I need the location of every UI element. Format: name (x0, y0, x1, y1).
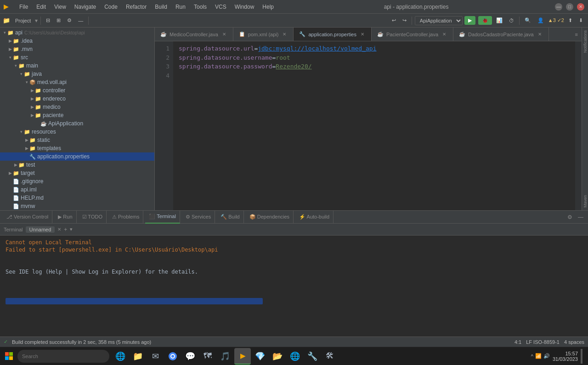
tree-item-apiapplication[interactable]: ▶ ☕ ApiApplication (0, 119, 154, 128)
taskbar-app-maps[interactable]: 🗺 (199, 348, 216, 365)
tree-item-package[interactable]: ▾ 📦 med.voll.api (0, 78, 154, 86)
menu-view[interactable]: View (51, 3, 70, 11)
collapse-all-button[interactable]: ⊟ (44, 16, 52, 25)
taskbar-app-intellij[interactable]: ▶ (234, 348, 251, 365)
menu-navigate[interactable]: Navigate (71, 3, 100, 11)
tree-item-mvn[interactable]: ▶ 📁 .mvn (0, 45, 154, 53)
taskbar-app-browser2[interactable]: 🌐 (287, 348, 303, 365)
bottom-settings-button[interactable]: ⚙ (565, 213, 574, 221)
tree-item-java[interactable]: ▾ 📁 java (0, 70, 154, 78)
tabs-options-button[interactable]: ≡ (573, 31, 580, 38)
tree-item-medico[interactable]: ▶ 📁 medico (0, 103, 154, 111)
tab-dependencies[interactable]: 📦 Dependencies (246, 211, 294, 224)
menu-run[interactable]: Run (172, 3, 189, 11)
start-button[interactable] (2, 349, 17, 364)
tab-todo[interactable]: ☑ TODO (79, 211, 107, 224)
settings-button[interactable]: ⚙ (65, 16, 74, 25)
search-button[interactable]: 🔍 (522, 16, 533, 25)
expand-panel-button[interactable]: ⬆ (566, 16, 575, 25)
tab-close-dadoscadastro[interactable]: ✕ (537, 31, 543, 37)
show-desktop-button[interactable] (581, 349, 582, 364)
tab-run[interactable]: ▶ Run (54, 211, 76, 224)
taskbar-app-spotify[interactable]: 🎵 (217, 348, 233, 365)
menu-help[interactable]: Help (259, 3, 277, 11)
project-dropdown[interactable]: Project (13, 17, 33, 25)
tree-item-gitignore[interactable]: ▶ 📄 .gitignore (0, 177, 154, 185)
tab-version-control[interactable]: ⎇ Version Control (3, 211, 52, 224)
expand-all-button[interactable]: ⊞ (54, 16, 63, 25)
maximize-button[interactable]: □ (566, 3, 573, 11)
terminal-tab-name[interactable]: Unnamed (26, 226, 55, 233)
menu-code[interactable]: Code (101, 3, 121, 11)
minimize-button[interactable]: — (555, 3, 562, 11)
tree-item-test[interactable]: ▶ 📁 test (0, 161, 154, 169)
run-button[interactable]: ▶ (464, 16, 475, 25)
tree-item-mvnw[interactable]: ▶ 📄 mvnw (0, 202, 154, 210)
tree-item-templates[interactable]: ▶ 📁 templates (0, 144, 154, 152)
tree-item-controller[interactable]: ▶ 📁 controller (0, 86, 154, 95)
tab-terminal[interactable]: ⬛ Terminal (145, 211, 180, 224)
tab-dadoscadastro[interactable]: ☕ DadosCadastroPaciente.java ✕ (453, 28, 548, 41)
tab-services[interactable]: ⚙ Services (182, 211, 215, 224)
tree-item-helpmd[interactable]: ▶ 📄 HELP.md (0, 194, 154, 202)
taskbar-app-files[interactable]: 📂 (269, 348, 286, 365)
tab-close-medicocontroller[interactable]: ✕ (221, 31, 227, 37)
code-content[interactable]: spring.datasource.url=jdbc:mysql://local… (173, 41, 575, 210)
debug-button[interactable]: 🐞 (478, 16, 492, 25)
menu-tools[interactable]: Tools (190, 3, 210, 11)
menu-vcs[interactable]: VCS (211, 3, 230, 11)
taskbar-app-tools2[interactable]: 🛠 (322, 348, 338, 365)
profile-button[interactable]: ⏱ (507, 17, 516, 25)
collapse-panel-button[interactable]: ⬇ (577, 16, 585, 25)
taskbar-app-discord[interactable]: 💎 (252, 348, 268, 365)
tab-close-pomxml[interactable]: ✕ (281, 31, 288, 37)
tree-item-endereco[interactable]: ▶ 📁 endereco (0, 95, 154, 103)
menu-file[interactable]: File (16, 3, 32, 11)
redo-button[interactable]: ↪ (400, 16, 409, 25)
tab-close-pacientecontroller[interactable]: ✕ (441, 31, 447, 37)
run-config-dropdown[interactable]: ApiApplication (415, 16, 463, 25)
terminal-add-button[interactable]: + (64, 226, 67, 233)
menu-window[interactable]: Window (231, 3, 258, 11)
tree-item-application-properties[interactable]: ▶ 🔧 application.properties (0, 152, 154, 161)
taskbar-app-edge[interactable]: 🌐 (112, 348, 129, 365)
tree-item-resources[interactable]: ▾ 📁 resources (0, 128, 154, 136)
tab-problems[interactable]: ⚠ Problems (108, 211, 144, 224)
systray-volume-icon[interactable]: 🔊 (543, 353, 550, 359)
tree-item-src[interactable]: ▾ 📁 src (0, 53, 154, 62)
user-button[interactable]: 👤 (535, 16, 546, 25)
tab-build[interactable]: 🔨 Build (217, 211, 244, 224)
systray-arrow[interactable]: ^ (531, 354, 533, 359)
tree-item-static[interactable]: ▶ 📁 static (0, 136, 154, 144)
hide-panel-button[interactable]: — (76, 17, 85, 25)
coverage-button[interactable]: 📊 (494, 16, 505, 25)
tree-item-target[interactable]: ▶ 📁 target (0, 169, 154, 177)
tree-item-paciente[interactable]: ▶ 📁 paciente (0, 111, 154, 119)
menu-build[interactable]: Build (151, 3, 171, 11)
tab-pacientecontroller[interactable]: ☕ PacienteController.java ✕ (372, 28, 453, 41)
taskbar-app-chrome[interactable] (164, 348, 181, 365)
tree-item-apiiml[interactable]: ▶ 📄 api.iml (0, 185, 154, 194)
tab-autobuild[interactable]: ⚡ Auto-build (295, 211, 334, 224)
taskbar-search-input[interactable] (17, 350, 109, 363)
taskbar-app-explorer[interactable]: 📁 (130, 348, 146, 365)
tree-item-api[interactable]: ▾ 📁 api C:\Users\Usuário\Desktop\api (0, 28, 154, 37)
terminal-close-tab[interactable]: ✕ (57, 227, 61, 232)
tree-item-idea[interactable]: ▶ 📁 .idea (0, 37, 154, 45)
taskbar-app-tools[interactable]: 🔧 (304, 348, 321, 365)
tab-close-applicationprops[interactable]: ✕ (359, 31, 366, 37)
tab-pomxml[interactable]: 📋 pom.xml (api) ✕ (233, 28, 294, 41)
tree-item-main[interactable]: ▾ 📁 main (0, 62, 154, 70)
taskbar-app-mail[interactable]: ✉ (147, 348, 164, 365)
bottom-close-button[interactable]: — (576, 213, 585, 221)
terminal-dropdown-button[interactable]: ▾ (70, 226, 73, 232)
tab-applicationprops[interactable]: 🔧 application.properties ✕ (294, 28, 372, 41)
menu-refactor[interactable]: Refactor (122, 3, 150, 11)
tab-medicocontroller[interactable]: ☕ MedicoController.java ✕ (155, 28, 233, 41)
menu-edit[interactable]: Edit (33, 3, 50, 11)
taskbar-clock[interactable]: 15:57 31/03/2023 (553, 351, 578, 362)
code-editor[interactable]: 1 2 3 4 spring.datasource.url=jdbc:mysql… (155, 41, 582, 210)
close-button[interactable]: ✕ (577, 3, 584, 11)
taskbar-app-whatsapp[interactable]: 💬 (182, 348, 198, 365)
undo-button[interactable]: ↩ (390, 16, 398, 25)
